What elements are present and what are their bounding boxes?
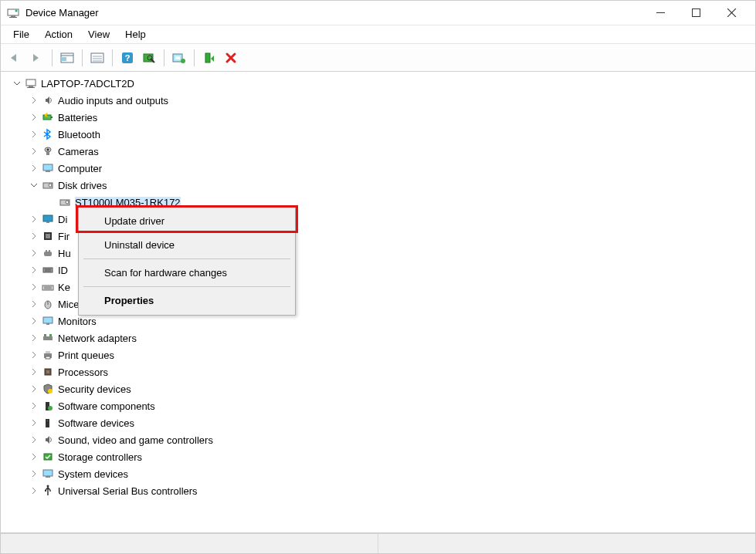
computer-icon bbox=[41, 161, 55, 175]
chevron-right-icon[interactable] bbox=[29, 485, 39, 496]
chevron-right-icon[interactable] bbox=[29, 112, 39, 123]
chevron-right-icon[interactable] bbox=[29, 367, 39, 377]
tree-node[interactable]: Print queues bbox=[1, 346, 755, 363]
svg-rect-37 bbox=[43, 215, 53, 221]
chevron-right-icon[interactable] bbox=[29, 299, 39, 309]
context-menu-uninstall-device[interactable]: Uninstall device bbox=[81, 233, 293, 257]
chevron-right-icon[interactable] bbox=[29, 163, 39, 174]
tree-node[interactable]: Processors bbox=[1, 363, 755, 380]
tree-node[interactable]: Universal Serial Bus controllers bbox=[1, 482, 755, 499]
tree-node[interactable]: Batteries bbox=[1, 109, 755, 126]
tree-node[interactable]: Computer bbox=[1, 160, 755, 177]
toolbar-help-button[interactable]: ? bbox=[117, 48, 137, 68]
tree-node-label: Software components bbox=[58, 400, 155, 412]
chevron-right-icon[interactable] bbox=[29, 146, 39, 157]
toolbar-back-button[interactable] bbox=[5, 48, 25, 68]
chevron-right-icon[interactable] bbox=[29, 129, 39, 140]
chevron-right-icon[interactable] bbox=[29, 383, 39, 394]
expander-spacer[interactable] bbox=[46, 197, 56, 208]
tree-node-label: Print queues bbox=[58, 350, 114, 361]
tree-root-node[interactable]: LAPTOP-7ADCLT2D bbox=[1, 75, 755, 92]
chevron-right-icon[interactable] bbox=[29, 468, 39, 479]
toolbar-forward-button[interactable] bbox=[27, 48, 47, 68]
toolbar-remove-button[interactable] bbox=[221, 48, 241, 68]
svg-text:?: ? bbox=[125, 53, 131, 62]
tree-node[interactable]: Bluetooth bbox=[1, 126, 755, 143]
chevron-right-icon[interactable] bbox=[29, 95, 39, 106]
tree-node-label: System devices bbox=[58, 468, 128, 480]
tree-node[interactable]: Cameras bbox=[1, 143, 755, 160]
chevron-right-icon[interactable] bbox=[29, 434, 39, 445]
storage-icon bbox=[41, 450, 55, 464]
toolbar-list-view-button[interactable] bbox=[87, 48, 107, 68]
chevron-right-icon[interactable] bbox=[29, 451, 39, 462]
tree-node[interactable]: Audio inputs and outputs bbox=[1, 92, 755, 109]
toolbar-scan-hardware-button[interactable] bbox=[139, 48, 159, 68]
tree-node[interactable]: Sound, video and game controllers bbox=[1, 431, 755, 448]
svg-rect-59 bbox=[46, 356, 50, 359]
tree-node-label: Security devices bbox=[58, 383, 131, 395]
svg-point-21 bbox=[181, 59, 185, 63]
toolbar-separator bbox=[82, 49, 83, 66]
svg-line-7 bbox=[727, 8, 736, 17]
context-menu-scan-hardware[interactable]: Scan for hardware changes bbox=[81, 261, 293, 285]
svg-rect-1 bbox=[11, 15, 15, 17]
menu-file[interactable]: File bbox=[5, 26, 37, 42]
chevron-down-icon[interactable] bbox=[12, 78, 22, 89]
tree-node[interactable]: Software devices bbox=[1, 414, 755, 431]
tree-node-label: Monitors bbox=[58, 316, 97, 327]
close-button[interactable] bbox=[714, 2, 749, 25]
svg-rect-38 bbox=[46, 221, 49, 223]
svg-rect-66 bbox=[47, 421, 48, 421]
chevron-right-icon[interactable] bbox=[29, 231, 39, 242]
chevron-right-icon[interactable] bbox=[29, 333, 39, 343]
svg-rect-54 bbox=[43, 336, 53, 340]
menu-view[interactable]: View bbox=[80, 26, 117, 42]
chevron-right-icon[interactable] bbox=[29, 316, 39, 326]
toolbar-update-driver-button[interactable] bbox=[169, 48, 189, 68]
battery-icon bbox=[41, 110, 55, 124]
svg-point-34 bbox=[49, 184, 52, 187]
svg-rect-23 bbox=[26, 79, 36, 86]
svg-line-6 bbox=[727, 8, 736, 17]
system-icon bbox=[41, 467, 55, 481]
tree-node[interactable]: Network adapters bbox=[1, 329, 755, 346]
keyboard-icon bbox=[41, 280, 55, 294]
chevron-right-icon[interactable] bbox=[29, 282, 39, 292]
tree-node[interactable]: Security devices bbox=[1, 380, 755, 397]
context-menu-properties[interactable]: Properties bbox=[81, 289, 293, 312]
toolbar-uninstall-button[interactable] bbox=[199, 48, 219, 68]
app-icon bbox=[7, 7, 19, 19]
tree-node[interactable]: Software components bbox=[1, 397, 755, 414]
menu-help[interactable]: Help bbox=[117, 26, 154, 42]
context-menu-update-driver[interactable]: Update driver bbox=[81, 209, 293, 233]
device-tree[interactable]: LAPTOP-7ADCLT2D Audio inputs and outputs… bbox=[1, 72, 755, 533]
maximize-button[interactable] bbox=[678, 2, 714, 25]
svg-rect-44 bbox=[43, 268, 53, 272]
chevron-right-icon[interactable] bbox=[29, 214, 39, 225]
tree-node[interactable]: Disk drives bbox=[1, 177, 755, 194]
menu-action[interactable]: Action bbox=[37, 26, 80, 42]
software-comp-icon bbox=[41, 399, 55, 413]
sound-icon bbox=[41, 433, 55, 447]
svg-rect-40 bbox=[46, 234, 50, 238]
minimize-button[interactable] bbox=[642, 2, 678, 25]
svg-rect-71 bbox=[45, 490, 46, 492]
chevron-right-icon[interactable] bbox=[29, 248, 39, 258]
chevron-right-icon[interactable] bbox=[29, 417, 39, 428]
status-cell bbox=[378, 534, 755, 553]
menubar: File Action View Help bbox=[1, 25, 755, 44]
tree-node[interactable]: Storage controllers bbox=[1, 448, 755, 465]
chevron-right-icon[interactable] bbox=[29, 265, 39, 275]
tree-node[interactable]: System devices bbox=[1, 465, 755, 482]
svg-rect-58 bbox=[46, 351, 50, 353]
chevron-down-icon[interactable] bbox=[29, 180, 39, 191]
toolbar: ? bbox=[1, 44, 755, 72]
chevron-right-icon[interactable] bbox=[29, 350, 39, 360]
chevron-right-icon[interactable] bbox=[29, 400, 39, 411]
toolbar-properties-pane-button[interactable] bbox=[57, 48, 77, 68]
tree-node-label: Fir bbox=[58, 231, 69, 242]
tree-node-label: Disk drives bbox=[58, 180, 107, 191]
window-titlebar: Device Manager bbox=[1, 1, 755, 25]
tree-node-label: Computer bbox=[58, 163, 102, 174]
